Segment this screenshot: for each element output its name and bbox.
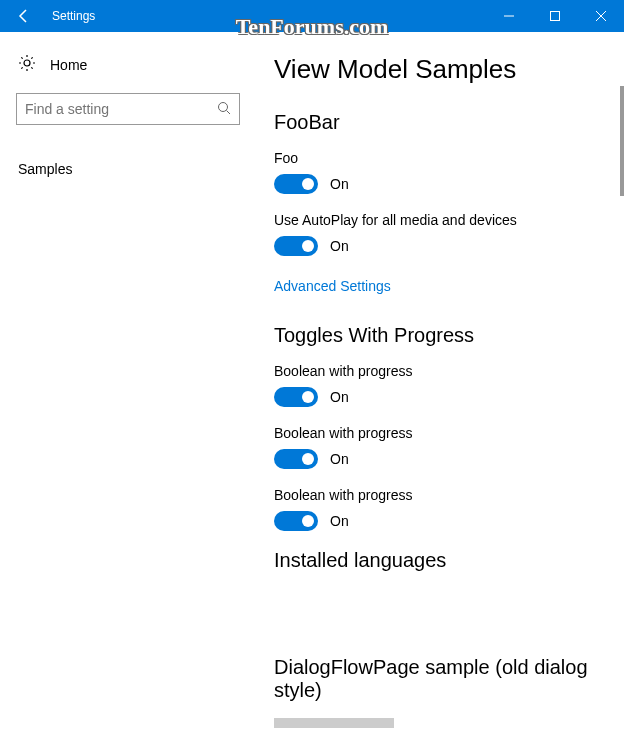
svg-point-1 <box>24 60 30 66</box>
sidebar-item-label: Samples <box>18 161 72 177</box>
setting-label: Foo <box>274 150 600 166</box>
search-input[interactable] <box>25 101 217 117</box>
toggle-state: On <box>330 451 349 467</box>
toggle-bool-progress-1[interactable] <box>274 387 318 407</box>
svg-rect-0 <box>551 12 560 21</box>
setting-label: Boolean with progress <box>274 425 600 441</box>
search-icon <box>217 101 231 118</box>
home-label: Home <box>50 57 87 73</box>
setting-label: Boolean with progress <box>274 487 600 503</box>
titlebar: Settings <box>0 0 624 32</box>
window-controls <box>486 0 624 32</box>
toggle-state: On <box>330 389 349 405</box>
gear-icon <box>18 54 36 75</box>
toggle-state: On <box>330 176 349 192</box>
placeholder-bar <box>274 718 394 728</box>
content-area: View Model Samples FooBar Foo On Use Aut… <box>256 32 624 750</box>
minimize-button[interactable] <box>486 0 532 32</box>
section-heading-languages: Installed languages <box>274 549 600 572</box>
scrollbar[interactable] <box>620 86 624 196</box>
search-box[interactable] <box>16 93 240 125</box>
setting-label: Boolean with progress <box>274 363 600 379</box>
sidebar: Home Samples <box>0 32 256 750</box>
toggle-state: On <box>330 238 349 254</box>
section-heading-dialogflow: DialogFlowPage sample (old dialog style) <box>274 656 600 702</box>
home-nav[interactable]: Home <box>16 50 240 93</box>
toggle-bool-progress-2[interactable] <box>274 449 318 469</box>
setting-foo: Foo On <box>274 150 600 194</box>
advanced-settings-link[interactable]: Advanced Settings <box>274 278 391 294</box>
setting-label: Use AutoPlay for all media and devices <box>274 212 600 228</box>
setting-bool-progress: Boolean with progress On <box>274 425 600 469</box>
close-button[interactable] <box>578 0 624 32</box>
toggle-foo[interactable] <box>274 174 318 194</box>
back-button[interactable] <box>0 0 48 32</box>
setting-autoplay: Use AutoPlay for all media and devices O… <box>274 212 600 256</box>
sidebar-item-samples[interactable]: Samples <box>16 153 240 185</box>
maximize-button[interactable] <box>532 0 578 32</box>
setting-bool-progress: Boolean with progress On <box>274 363 600 407</box>
setting-bool-progress: Boolean with progress On <box>274 487 600 531</box>
section-heading-foobar: FooBar <box>274 111 600 134</box>
page-title: View Model Samples <box>274 54 600 85</box>
svg-point-2 <box>219 102 228 111</box>
toggle-state: On <box>330 513 349 529</box>
window-title: Settings <box>52 9 95 23</box>
section-heading-toggles: Toggles With Progress <box>274 324 600 347</box>
toggle-autoplay[interactable] <box>274 236 318 256</box>
toggle-bool-progress-3[interactable] <box>274 511 318 531</box>
